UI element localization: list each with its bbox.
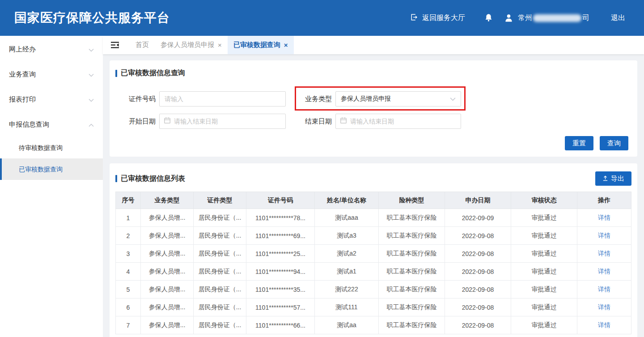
col-name: 姓名/单位名称 <box>315 192 379 209</box>
detail-link[interactable]: 详情 <box>598 250 610 257</box>
sidebar: 网上经办 业务查询 报表打印 申报信息查询 待审核数据查询 已审核数据查询 <box>0 36 103 337</box>
content-area: 已审核数据信息查询 证件号码 业务类型 参保人员增员申报 <box>103 54 644 337</box>
start-date-input[interactable] <box>174 118 281 125</box>
sidebar-item-label: 业务查询 <box>9 70 36 79</box>
cert-no-input[interactable] <box>159 91 286 107</box>
cell-insurance-type: 职工基本医疗保险 <box>379 299 445 316</box>
return-hall-button[interactable]: 返回服务大厅 <box>410 13 465 23</box>
cell-name: 测试aa <box>315 316 379 334</box>
cell-cert-no: 1101**********25... <box>246 245 315 263</box>
cell-apply-date: 2022-09-09 <box>445 209 511 227</box>
cell-seq: 1 <box>116 209 141 227</box>
export-button[interactable]: 导出 <box>595 171 631 186</box>
sidebar-item-audited-data-query[interactable]: 已审核数据查询 <box>0 158 103 180</box>
page-title: 国家医疗保障公共服务平台 <box>14 9 170 26</box>
table-row: 5 参保人员增... 居民身份证（... 1101**********35...… <box>116 281 631 299</box>
return-hall-icon <box>410 13 418 23</box>
username-suffix: 司 <box>582 13 589 23</box>
table-body: 1 参保人员增... 居民身份证（... 1101**********78...… <box>116 209 631 334</box>
sidebar-item-label: 网上经办 <box>9 45 36 54</box>
calendar-icon <box>340 117 347 126</box>
biz-type-value: 参保人员增员申报 <box>341 95 391 103</box>
detail-link[interactable]: 详情 <box>598 214 610 221</box>
cell-seq: 7 <box>116 316 141 334</box>
cell-cert-no: 1101**********66... <box>246 316 315 334</box>
end-date-picker[interactable] <box>335 114 461 129</box>
chevron-down-icon <box>89 71 94 78</box>
close-icon[interactable]: × <box>284 42 288 48</box>
end-date-input[interactable] <box>350 118 457 125</box>
col-cert-no: 证件号码 <box>246 192 315 209</box>
logout-button[interactable]: 退出 <box>611 13 625 23</box>
cell-apply-date: 2022-09-08 <box>445 227 511 245</box>
detail-link[interactable]: 详情 <box>598 286 610 293</box>
end-date-label: 结束日期 <box>305 117 332 126</box>
sidebar-item-declare-info-query[interactable]: 申报信息查询 <box>0 112 103 137</box>
username-prefix: 常州 <box>518 13 532 23</box>
sidebar-item-online-handling[interactable]: 网上经办 <box>0 37 103 62</box>
col-cert-type: 证件类型 <box>194 192 246 209</box>
query-actions: 重置 查询 <box>115 136 628 150</box>
cell-cert-no: 1101**********69... <box>246 227 315 245</box>
cell-biz-type: 参保人员增... <box>141 209 194 227</box>
table-header-row: 序号 业务类型 证件类型 证件号码 姓名/单位名称 险种类型 申办日期 审核状态… <box>116 192 631 209</box>
tab-audited-data-query[interactable]: 已审核数据查询 × <box>228 36 294 54</box>
biz-type-select[interactable]: 参保人员增员申报 <box>335 91 461 107</box>
tab-label: 已审核数据查询 <box>233 41 280 49</box>
cell-seq: 2 <box>116 227 141 245</box>
cell-apply-date: 2022-09-08 <box>445 263 511 281</box>
calendar-icon <box>164 117 171 126</box>
cell-cert-no: 1101**********94... <box>246 263 315 281</box>
cell-action: 详情 <box>577 209 631 227</box>
tab-member-add-declare[interactable]: 参保人员增员申报 × <box>155 36 228 54</box>
cell-biz-type: 参保人员增... <box>141 263 194 281</box>
start-date-field: 开始日期 <box>127 114 286 129</box>
reset-button[interactable]: 重置 <box>565 136 593 150</box>
title-accent-bar <box>115 70 117 77</box>
cell-seq: 4 <box>116 263 141 281</box>
cell-insurance-type: 职工基本医疗保险 <box>379 281 445 299</box>
search-button[interactable]: 查询 <box>600 136 628 150</box>
tab-bar: 首页 参保人员增员申报 × 已审核数据查询 × <box>103 36 644 54</box>
redacted-company-name <box>533 14 581 22</box>
cell-apply-date: 2022-09-08 <box>445 299 511 316</box>
cell-name: 测试aaa <box>315 209 379 227</box>
cell-biz-type: 参保人员增... <box>141 227 194 245</box>
cell-cert-no: 1101**********78... <box>246 209 315 227</box>
cell-name: 测试a2 <box>315 245 379 263</box>
start-date-label: 开始日期 <box>127 117 156 126</box>
cell-name: 测试a1 <box>315 263 379 281</box>
col-action: 操作 <box>577 192 631 209</box>
cell-insurance-type: 职工基本医疗保险 <box>379 227 445 245</box>
tab-label: 首页 <box>136 41 149 49</box>
tab-home[interactable]: 首页 <box>130 36 155 54</box>
username: 常州 司 <box>518 13 589 23</box>
sidebar-collapse-icon[interactable] <box>111 42 119 48</box>
return-hall-label: 返回服务大厅 <box>422 13 465 23</box>
detail-link[interactable]: 详情 <box>598 303 610 311</box>
detail-link[interactable]: 详情 <box>598 268 610 275</box>
user-avatar-icon <box>504 13 513 23</box>
cell-insurance-type: 职工基本医疗保险 <box>379 245 445 263</box>
chevron-down-icon <box>89 96 94 103</box>
detail-link[interactable]: 详情 <box>598 321 610 328</box>
sidebar-item-business-query[interactable]: 业务查询 <box>0 62 103 87</box>
col-biz-type: 业务类型 <box>141 192 194 209</box>
cell-biz-type: 参保人员增... <box>141 316 194 334</box>
sidebar-item-report-print[interactable]: 报表打印 <box>0 87 103 112</box>
cert-no-label: 证件号码 <box>127 95 156 103</box>
start-date-picker[interactable] <box>159 114 286 129</box>
notification-bell-icon[interactable] <box>484 13 493 23</box>
detail-link[interactable]: 详情 <box>598 232 610 239</box>
chevron-up-icon <box>89 121 94 128</box>
cell-audit-status: 审批通过 <box>511 209 577 227</box>
cell-apply-date: 2022-09-08 <box>445 281 511 299</box>
cell-audit-status: 审批通过 <box>511 263 577 281</box>
table-row: 7 参保人员增... 居民身份证（... 1101**********66...… <box>116 316 631 334</box>
cell-audit-status: 审批通过 <box>511 227 577 245</box>
close-icon[interactable]: × <box>218 42 222 48</box>
col-insurance-type: 险种类型 <box>379 192 445 209</box>
end-date-field: 结束日期 <box>305 114 461 129</box>
result-list-panel: 已审核数据信息列表 导出 <box>110 163 637 337</box>
sidebar-item-pending-data-query[interactable]: 待审核数据查询 <box>0 137 103 158</box>
